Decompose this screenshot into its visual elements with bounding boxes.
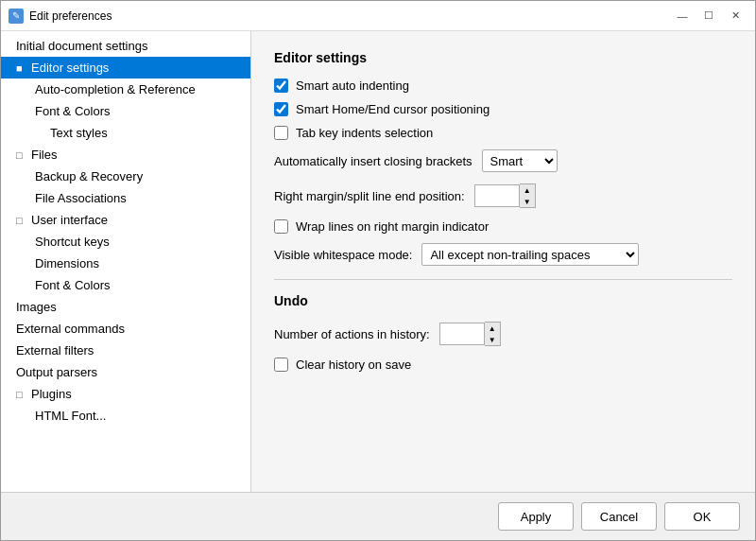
window-title: Edit preferences (29, 9, 670, 23)
close-button[interactable]: ✕ (723, 6, 747, 26)
sidebar-item-file-assoc[interactable]: File Associations (1, 187, 250, 209)
sidebar-item-backup[interactable]: Backup & Recovery (1, 166, 250, 187)
wrap-lines-row: Wrap lines on right margin indicator (274, 219, 732, 234)
right-margin-down-button[interactable]: ▼ (520, 196, 535, 207)
right-margin-label: Right margin/split line end position: (274, 189, 465, 203)
history-input[interactable]: 100 (439, 323, 485, 345)
sidebar-label: Editor settings (31, 61, 109, 75)
wrap-lines-label[interactable]: Wrap lines on right margin indicator (296, 219, 489, 234)
smart-home-end-checkbox[interactable] (274, 102, 288, 116)
closing-brackets-select[interactable]: Smart None Always (482, 149, 558, 172)
sidebar-label: Images (16, 300, 57, 314)
sidebar-label: External filters (16, 343, 94, 358)
sidebar-item-dimensions[interactable]: Dimensions (1, 253, 250, 274)
closing-brackets-label: Automatically insert closing brackets (274, 154, 472, 168)
history-down-button[interactable]: ▼ (485, 334, 500, 345)
right-margin-spinner-buttons: ▲ ▼ (520, 183, 536, 208)
sidebar-label: Text styles (50, 126, 108, 140)
sidebar-item-editor-settings[interactable]: ■ Editor settings (1, 57, 250, 79)
history-up-button[interactable]: ▲ (485, 323, 500, 334)
sidebar-label: Auto-completion & Reference (35, 82, 196, 96)
section-divider (274, 279, 732, 280)
history-spinner-buttons: ▲ ▼ (485, 322, 501, 346)
sidebar-item-files[interactable]: □ Files (1, 144, 250, 166)
visible-whitespace-row: Visible whitespace mode: All except non-… (274, 243, 732, 266)
sidebar-item-auto-completion[interactable]: Auto-completion & Reference (1, 79, 250, 100)
smart-home-end-label[interactable]: Smart Home/End cursor positioning (296, 102, 490, 116)
sidebar-label: Font & Colors (35, 278, 110, 292)
sidebar-item-external-commands[interactable]: External commands (1, 318, 250, 340)
tree-icon-ui: □ (16, 215, 27, 226)
wrap-lines-checkbox[interactable] (274, 219, 288, 234)
right-margin-row: Right margin/split line end position: 80… (274, 183, 732, 208)
ok-button[interactable]: OK (664, 502, 740, 531)
apply-button[interactable]: Apply (498, 502, 574, 531)
clear-history-row: Clear history on save (274, 358, 732, 372)
tree-icon-files: □ (16, 149, 27, 161)
tree-icon-plugins: □ (16, 389, 27, 400)
sidebar-label: HTML Font... (35, 409, 106, 423)
closing-brackets-row: Automatically insert closing brackets Sm… (274, 149, 732, 172)
sidebar-label: Output parsers (16, 365, 97, 379)
sidebar-item-text-styles[interactable]: Text styles (1, 122, 250, 144)
smart-auto-indenting-row: Smart auto indenting (274, 79, 732, 93)
preferences-window: ✎ Edit preferences — ☐ ✕ Initial documen… (0, 0, 756, 541)
window-controls: — ☐ ✕ (670, 6, 747, 26)
sidebar-item-initial-doc[interactable]: Initial document settings (1, 35, 250, 57)
sidebar-label: File Associations (35, 191, 127, 205)
right-margin-input[interactable]: 80 (474, 184, 520, 207)
editor-settings-title: Editor settings (274, 50, 732, 65)
history-label: Number of actions in history: (274, 327, 430, 341)
sidebar-item-font-colors[interactable]: Font & Colors (1, 100, 250, 122)
history-row: Number of actions in history: 100 ▲ ▼ (274, 322, 732, 346)
cancel-button[interactable]: Cancel (581, 502, 657, 531)
main-panel: Editor settings Smart auto indenting Sma… (251, 31, 755, 492)
right-margin-spinner: 80 ▲ ▼ (474, 183, 536, 208)
sidebar-label: Dimensions (35, 256, 99, 270)
sidebar: Initial document settings ■ Editor setti… (1, 31, 251, 492)
clear-history-label[interactable]: Clear history on save (296, 358, 411, 372)
sidebar-item-user-interface[interactable]: □ User interface (1, 209, 250, 231)
sidebar-label: Plugins (31, 387, 72, 401)
tab-key-row: Tab key indents selection (274, 126, 732, 140)
smart-auto-indenting-checkbox[interactable] (274, 79, 288, 93)
history-spinner: 100 ▲ ▼ (439, 322, 501, 346)
sidebar-label: Initial document settings (16, 39, 147, 53)
sidebar-item-plugins[interactable]: □ Plugins (1, 383, 250, 405)
minimize-button[interactable]: — (670, 6, 695, 26)
smart-home-end-row: Smart Home/End cursor positioning (274, 102, 732, 116)
sidebar-item-shortcut-keys[interactable]: Shortcut keys (1, 231, 250, 253)
content-area: Initial document settings ■ Editor setti… (1, 31, 755, 492)
sidebar-label: Backup & Recovery (35, 169, 143, 183)
sidebar-item-output-parsers[interactable]: Output parsers (1, 361, 250, 383)
sidebar-label: User interface (31, 213, 108, 227)
tab-key-checkbox[interactable] (274, 126, 288, 140)
sidebar-label: Font & Colors (35, 104, 110, 118)
undo-title: Undo (274, 293, 732, 308)
sidebar-item-font-colors-ui[interactable]: Font & Colors (1, 274, 250, 296)
visible-whitespace-select[interactable]: All except non-trailing spaces None All … (421, 243, 639, 266)
sidebar-item-html-font[interactable]: HTML Font... (1, 405, 250, 427)
sidebar-item-images[interactable]: Images (1, 296, 250, 318)
footer: Apply Cancel OK (1, 492, 755, 540)
tab-key-label[interactable]: Tab key indents selection (296, 126, 433, 140)
window-icon: ✎ (9, 9, 24, 24)
title-bar: ✎ Edit preferences — ☐ ✕ (1, 1, 755, 31)
sidebar-label: Shortcut keys (35, 235, 110, 249)
right-margin-up-button[interactable]: ▲ (520, 184, 535, 196)
tree-icon-editor: ■ (16, 62, 27, 74)
smart-auto-indenting-label[interactable]: Smart auto indenting (296, 79, 409, 93)
visible-whitespace-label: Visible whitespace mode: (274, 248, 412, 262)
clear-history-checkbox[interactable] (274, 358, 288, 372)
sidebar-item-external-filters[interactable]: External filters (1, 340, 250, 361)
sidebar-label: Files (31, 148, 57, 162)
maximize-button[interactable]: ☐ (696, 6, 721, 26)
sidebar-label: External commands (16, 322, 125, 336)
